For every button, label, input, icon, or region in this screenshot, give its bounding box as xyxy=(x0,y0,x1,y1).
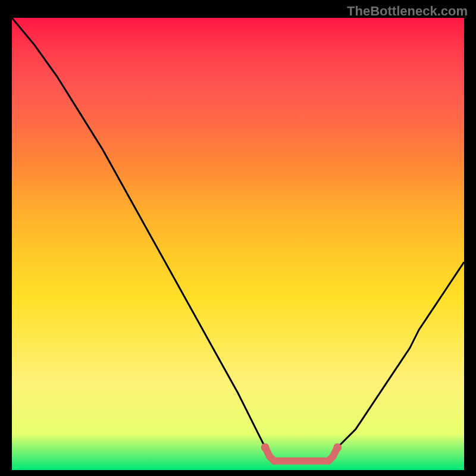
svg-point-1 xyxy=(333,443,342,452)
curve-right-path xyxy=(337,262,464,447)
bottom-bracket-path xyxy=(265,447,338,461)
watermark-text: TheBottleneck.com xyxy=(347,4,468,19)
bottom-bracket-dots xyxy=(261,443,342,452)
chart-svg xyxy=(12,18,464,470)
svg-point-0 xyxy=(261,443,270,452)
curve-left-path xyxy=(12,18,265,447)
